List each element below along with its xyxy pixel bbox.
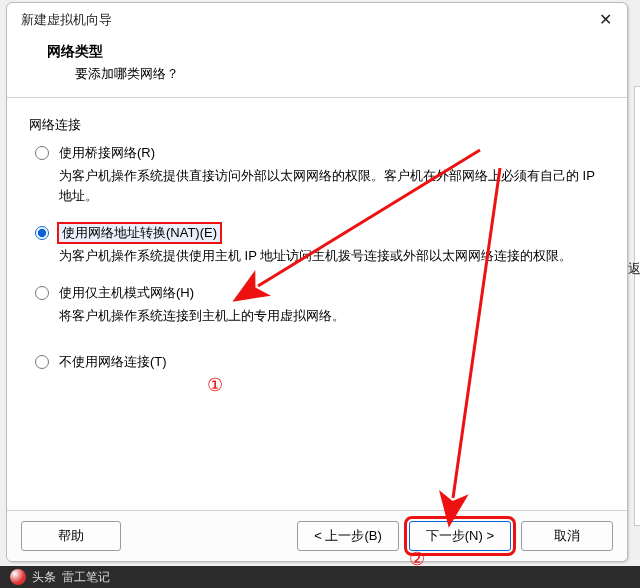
footer-author: 雷工笔记 [62,569,110,586]
button-bar: 帮助 < 上一步(B) 下一步(N) > 取消 [7,510,627,561]
header-subtitle: 要添加哪类网络？ [75,65,611,83]
option-bridged: 使用桥接网络(R) 为客户机操作系统提供直接访问外部以太网网络的权限。客户机在外… [35,144,605,206]
option-bridged-desc: 为客户机操作系统提供直接访问外部以太网网络的权限。客户机在外部网络上必须有自己的… [59,166,605,206]
back-button[interactable]: < 上一步(B) [297,521,399,551]
option-hostonly-row[interactable]: 使用仅主机模式网络(H) [35,284,605,302]
cancel-button[interactable]: 取消 [521,521,613,551]
side-panel-return[interactable]: 返 [628,260,640,278]
option-nat-row[interactable]: 使用网络地址转换(NAT)(E) [35,224,605,242]
option-bridged-row[interactable]: 使用桥接网络(R) [35,144,605,162]
option-nat-label: 使用网络地址转换(NAT)(E) [59,224,220,242]
option-none: 不使用网络连接(T) [35,353,605,371]
option-none-label: 不使用网络连接(T) [59,353,167,371]
footer-avatar-icon [10,569,26,585]
title-bar: 新建虚拟机向导 ✕ [7,3,627,37]
option-hostonly: 使用仅主机模式网络(H) 将客户机操作系统连接到主机上的专用虚拟网络。 [35,284,605,326]
help-button[interactable]: 帮助 [21,521,121,551]
option-hostonly-label: 使用仅主机模式网络(H) [59,284,194,302]
group-label: 网络连接 [29,116,605,134]
header-title: 网络类型 [47,43,611,61]
close-icon[interactable]: ✕ [593,8,617,32]
option-none-row[interactable]: 不使用网络连接(T) [35,353,605,371]
option-nat-desc: 为客户机操作系统提供使用主机 IP 地址访问主机拨号连接或外部以太网网络连接的权… [59,246,605,266]
radio-nat[interactable] [35,226,49,240]
footer-prefix: 头条 [32,569,56,586]
footer-bar: 头条 雷工笔记 [0,566,640,588]
option-bridged-label: 使用桥接网络(R) [59,144,155,162]
wizard-content: 网络连接 使用桥接网络(R) 为客户机操作系统提供直接访问外部以太网网络的权限。… [7,98,627,510]
annotation-one: ① [207,374,223,396]
window-title: 新建虚拟机向导 [21,11,112,29]
next-button[interactable]: 下一步(N) > [409,521,511,551]
wizard-header: 网络类型 要添加哪类网络？ [7,37,627,98]
option-nat: 使用网络地址转换(NAT)(E) 为客户机操作系统提供使用主机 IP 地址访问主… [35,224,605,266]
radio-bridged[interactable] [35,146,49,160]
radio-none[interactable] [35,355,49,369]
radio-hostonly[interactable] [35,286,49,300]
option-hostonly-desc: 将客户机操作系统连接到主机上的专用虚拟网络。 [59,306,605,326]
side-panel-edge [634,86,640,526]
wizard-dialog: 新建虚拟机向导 ✕ 网络类型 要添加哪类网络？ 网络连接 使用桥接网络(R) 为… [6,2,628,562]
